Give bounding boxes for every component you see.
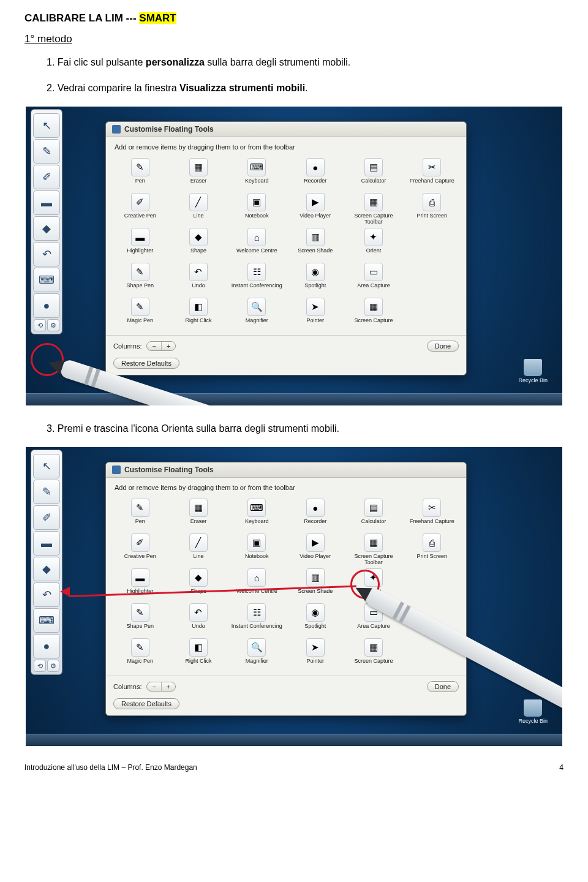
tool-item[interactable]: ◆Shape: [170, 568, 226, 600]
tool-item[interactable]: ☷Instant Conferencing: [229, 263, 285, 294]
tool-item[interactable]: ◧Right Click: [170, 298, 226, 329]
tool-item[interactable]: ⎙Print Screen: [404, 533, 460, 565]
floating-tool-button[interactable]: ⌨: [33, 268, 60, 292]
tool-item[interactable]: 🔍Magnifier: [229, 638, 285, 669]
tool-item[interactable]: ▣Notebook: [229, 193, 285, 224]
tool-item[interactable]: ✎Pen: [112, 499, 168, 530]
columns-stepper[interactable]: −+: [146, 682, 176, 692]
tool-item[interactable]: ▶Video Player: [287, 533, 343, 565]
tool-item[interactable]: ⌂Welcome Centre: [229, 568, 285, 600]
floating-toolbar[interactable]: ↖✎✐▬◆↶⌨●⟲⚙: [31, 109, 62, 334]
floating-tool-button[interactable]: ▬: [33, 190, 60, 215]
tool-label: Shape Pen: [112, 283, 168, 294]
floating-tool-button[interactable]: ✐: [33, 165, 60, 189]
tool-item[interactable]: ◆Shape: [170, 228, 226, 259]
floating-tool-button[interactable]: ↖: [33, 454, 60, 478]
tool-label: Video Player: [287, 554, 343, 565]
tool-item[interactable]: ↶Undo: [170, 263, 226, 294]
tool-item[interactable]: ▭Area Capture: [345, 263, 401, 294]
tool-item[interactable]: ▦Screen Capture: [345, 298, 401, 329]
tool-item[interactable]: ▦Screen Capture Toolbar: [345, 533, 401, 565]
tool-item[interactable]: ▶Video Player: [287, 193, 343, 224]
floating-tool-button[interactable]: ◆: [33, 216, 60, 241]
floating-tool-button[interactable]: ↶: [33, 242, 60, 266]
move-icon[interactable]: ⟲: [34, 660, 46, 672]
floating-tool-button[interactable]: ◆: [33, 557, 60, 581]
gear-icon[interactable]: ⚙: [47, 319, 59, 331]
move-icon[interactable]: ⟲: [34, 319, 46, 331]
tool-label: Print Screen: [404, 554, 460, 565]
tool-item[interactable]: ▥Screen Shade: [287, 228, 343, 259]
tool-item[interactable]: ✎Magic Pen: [112, 298, 168, 329]
tool-item[interactable]: ▤Calculator: [345, 158, 401, 189]
customise-dialog[interactable]: Customise Floating Tools Add or remove i…: [105, 121, 467, 375]
step2-num: 2.: [47, 83, 55, 93]
video-player-icon: ▶: [306, 193, 325, 211]
taskbar[interactable]: [26, 734, 562, 746]
tool-item[interactable]: ●Recorder: [287, 499, 343, 530]
tool-label: Video Player: [287, 213, 343, 224]
tool-item[interactable]: ✎Shape Pen: [112, 263, 168, 294]
tool-item[interactable]: ✂Freehand Capture: [404, 158, 460, 189]
tool-item[interactable]: ➤Pointer: [287, 638, 343, 669]
recycle-bin[interactable]: Recycle Bin: [518, 359, 548, 383]
tool-item[interactable]: ◉Spotlight: [287, 603, 343, 635]
tool-item[interactable]: ▦Screen Capture Toolbar: [345, 193, 401, 224]
floating-tool-button[interactable]: ✎: [33, 480, 60, 504]
floating-tool-button[interactable]: ●: [33, 634, 60, 658]
tool-item[interactable]: ▦Eraser: [170, 499, 226, 530]
tool-item[interactable]: ▣Notebook: [229, 533, 285, 565]
eraser-icon: ▦: [189, 499, 208, 517]
columns-stepper[interactable]: −+: [146, 341, 176, 351]
tool-grid: ✎Pen▦Eraser⌨Keyboard●Recorder▤Calculator…: [106, 154, 466, 335]
floating-tool-button[interactable]: ✐: [33, 505, 60, 530]
floating-tool-button[interactable]: ⌨: [33, 608, 60, 633]
dialog-titlebar[interactable]: Customise Floating Tools: [106, 122, 466, 137]
floating-toolbar[interactable]: ↖✎✐▬◆↶⌨●⟲⚙: [31, 450, 62, 675]
tool-item[interactable]: ╱Line: [170, 533, 226, 565]
tool-item[interactable]: ▥Screen Shade: [287, 568, 343, 600]
tool-item[interactable]: ✎Shape Pen: [112, 603, 168, 635]
tool-item[interactable]: ✐Creative Pen: [112, 193, 168, 224]
tool-item[interactable]: ✐Creative Pen: [112, 533, 168, 565]
tool-item[interactable]: ▦Eraser: [170, 158, 226, 189]
tool-item[interactable]: ⌨Keyboard: [229, 158, 285, 189]
tool-item[interactable]: ◧Right Click: [170, 638, 226, 669]
gear-icon[interactable]: ⚙: [47, 660, 59, 672]
tool-item[interactable]: ⌨Keyboard: [229, 499, 285, 530]
tool-item[interactable]: ▬Highlighter: [112, 228, 168, 259]
restore-defaults-button[interactable]: Restore Defaults: [113, 358, 179, 369]
tool-item[interactable]: ➤Pointer: [287, 298, 343, 329]
tool-item[interactable]: ✎Magic Pen: [112, 638, 168, 669]
tool-item[interactable]: ⎙Print Screen: [404, 193, 460, 224]
tool-item[interactable]: ☷Instant Conferencing: [229, 603, 285, 635]
dialog-titlebar[interactable]: Customise Floating Tools: [106, 462, 466, 478]
recycle-bin[interactable]: Recycle Bin: [518, 699, 548, 724]
floating-tool-button[interactable]: ↖: [33, 113, 60, 138]
floating-tool-button[interactable]: ▬: [33, 531, 60, 556]
dialog-icon: [112, 466, 121, 474]
floating-tool-button[interactable]: ✎: [33, 139, 60, 164]
tool-item[interactable]: ✂Freehand Capture: [404, 499, 460, 530]
tool-item[interactable]: ●Recorder: [287, 158, 343, 189]
tool-item[interactable]: ✦Orient: [345, 228, 401, 259]
creative-pen-icon: ✐: [131, 533, 149, 552]
floating-tool-button[interactable]: ↶: [33, 582, 60, 607]
tool-item[interactable]: ▤Calculator: [345, 499, 401, 530]
magic-pen-icon: ✎: [131, 638, 149, 657]
tool-item[interactable]: ╱Line: [170, 193, 226, 224]
done-button[interactable]: Done: [427, 341, 459, 352]
tool-item[interactable]: ◉Spotlight: [287, 263, 343, 294]
floating-tool-button[interactable]: ●: [33, 293, 60, 318]
keyboard-icon: ⌨: [247, 158, 266, 176]
tool-item[interactable]: ↶Undo: [170, 603, 226, 635]
screen-capture-icon: ▦: [364, 638, 383, 657]
tool-item[interactable]: ✎Pen: [112, 158, 168, 189]
dialog-icon: [112, 125, 121, 134]
restore-defaults-button[interactable]: Restore Defaults: [113, 698, 179, 709]
taskbar[interactable]: [26, 393, 562, 405]
tool-item[interactable]: 🔍Magnifier: [229, 298, 285, 329]
done-button[interactable]: Done: [427, 681, 459, 692]
tool-item[interactable]: ⌂Welcome Centre: [229, 228, 285, 259]
tool-item[interactable]: ▦Screen Capture: [345, 638, 401, 669]
